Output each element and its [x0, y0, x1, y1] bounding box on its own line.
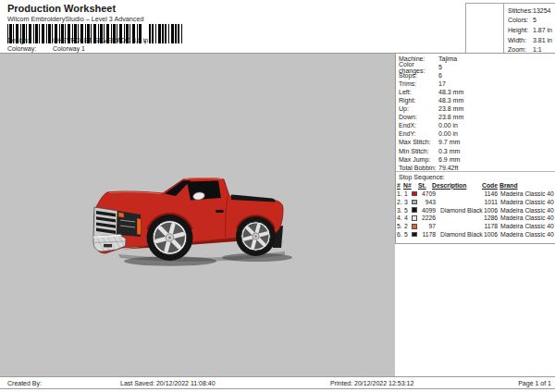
machine-info-list: Machine:Tajima Color changes:5 Stops:6 T… [396, 55, 555, 172]
summary-row-height: Height: 1.87 in [504, 25, 555, 35]
machine-row: Trims:17 [396, 80, 555, 88]
machine-row: Max Jump:6.9 mm [396, 155, 555, 164]
width-value: 3.81 in [533, 37, 552, 43]
design-summary-inner: Stitches: 13254 Colors: 5 Height: 1.87 i… [503, 4, 555, 53]
footer: Created By: Last Saved: 20/12/2022 11:08… [0, 376, 555, 389]
panel-separator-line [396, 171, 555, 172]
table-row: 1. 1 4709 1146 Madeira Classic 40 [396, 190, 555, 198]
summary-row-width: Width: 3.81 in [504, 35, 555, 45]
design-canvas [0, 54, 395, 376]
stop-sequence-header: # N# St. Description Code Brand [396, 182, 555, 189]
machine-row: Stops:6 [396, 71, 555, 80]
stitches-value: 13254 [533, 7, 550, 14]
colors-label: Colors: [504, 17, 533, 23]
table-row: 3. 5 4099 Diamond Black 1006 Madeira Cla… [396, 206, 555, 214]
app-subtitle: Wilcom EmbroideryStudio – Level 3 Advanc… [7, 15, 143, 23]
height-value: 1.87 in [533, 27, 552, 33]
design-summary-box: Stitches: 13254 Colors: 5 Height: 1.87 i… [465, 3, 555, 53]
production-worksheet-page: Production Worksheet Wilcom EmbroiderySt… [0, 0, 555, 392]
stitches-label: Stitches: [504, 7, 533, 14]
machine-row: Min Stitch:0.3 mm [396, 147, 555, 155]
colorway-label: Colorway: [7, 45, 53, 52]
machine-row: Right:48.3 mm [396, 96, 555, 104]
printed-text: Printed: 20/12/2022 12:53:12 [330, 380, 413, 386]
colorway-row: Colorway: Colorway 1 [7, 45, 85, 52]
colorway-value: Colorway 1 [53, 45, 85, 52]
embroidery-design-silverado-truck [91, 172, 313, 268]
colors-value: 5 [533, 17, 536, 23]
barcode-bars-right-icon [149, 24, 183, 43]
info-panel: Machine:Tajima Color changes:5 Stops:6 T… [395, 54, 555, 244]
table-row: 4. 4 2226 1286 Madeira Classic 40 [396, 214, 555, 223]
machine-row: EndY:0.00 in [396, 129, 555, 138]
summary-row-colors: Colors: 5 [504, 16, 555, 26]
summary-row-stitches: Stitches: 13254 [504, 6, 555, 16]
table-row: 5. 2 97 1178 Madeira Classic 40 [396, 222, 555, 230]
machine-row: Left:48.3 mm [396, 88, 555, 96]
stop-sequence-title: Stop Sequence: [399, 174, 445, 180]
table-row: 6. 5 1178 Diamond Black 1006 Madeira Cla… [396, 230, 555, 239]
width-label: Width: [504, 37, 533, 43]
design-value: CHEVROLET SILVERADO 3,8 in [53, 37, 148, 43]
last-saved-text: Last Saved: 20/12/2022 11:08:40 [120, 380, 216, 386]
design-name-row: Design: CHEVROLET SILVERADO 3,8 in [7, 37, 148, 43]
page-number: Page 1 of 1 [518, 380, 551, 386]
stop-sequence-table: 1. 1 4709 1146 Madeira Classic 40 2. 3 9… [396, 190, 555, 239]
table-row: 2. 3 943 1011 Madeira Classic 40 [396, 198, 555, 206]
machine-row: Color changes:5 [396, 63, 555, 71]
machine-row: Up:23.8 mm [396, 104, 555, 113]
created-by-label: Created By: [7, 380, 42, 386]
page-title: Production Worksheet [7, 3, 116, 14]
machine-row: EndX:0.00 in [396, 121, 555, 129]
machine-row: Max Stitch:9.7 mm [396, 138, 555, 146]
height-label: Height: [504, 27, 533, 33]
design-label: Design: [7, 37, 53, 43]
machine-row: Down:23.8 mm [396, 113, 555, 121]
